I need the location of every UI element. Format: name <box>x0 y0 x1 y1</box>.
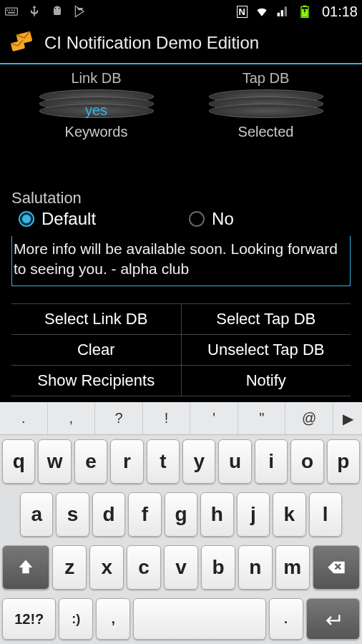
radio-default[interactable]: Default <box>19 209 96 229</box>
key-x[interactable]: x <box>89 545 124 590</box>
svg-rect-5 <box>8 12 15 14</box>
keyboard-icon <box>4 4 19 19</box>
unselect-tap-db-button[interactable]: Unselect Tap DB <box>182 335 351 365</box>
link-db-picker[interactable]: Link DB yes Keywords <box>25 70 168 140</box>
clear-button[interactable]: Clear <box>11 335 182 365</box>
play-store-icon <box>73 4 87 19</box>
key-y[interactable]: y <box>182 439 215 484</box>
key-v[interactable]: v <box>164 545 198 590</box>
radio-no-indicator <box>189 211 205 227</box>
sym-key-apostrophe[interactable]: ' <box>190 402 238 434</box>
message-text: More info will be available soon. Lookin… <box>14 240 338 277</box>
radio-no[interactable]: No <box>189 209 234 229</box>
key-j[interactable]: j <box>237 492 270 537</box>
key-q[interactable]: q <box>2 439 35 484</box>
svg-rect-9 <box>303 6 306 7</box>
android-icon <box>50 4 64 19</box>
sym-key-at[interactable]: @ <box>285 402 333 434</box>
wifi-icon <box>255 4 269 19</box>
key-o[interactable]: o <box>290 439 323 484</box>
salutation-label: Salutation <box>11 189 351 208</box>
key-f[interactable]: f <box>128 492 161 537</box>
battery-icon <box>298 4 312 19</box>
key-h[interactable]: h <box>200 492 233 537</box>
emoji-key[interactable]: :) <box>59 598 93 640</box>
svg-rect-0 <box>6 8 18 15</box>
app-icon <box>9 30 34 56</box>
show-recipients-button[interactable]: Show Recipients <box>11 366 182 396</box>
svg-rect-1 <box>6 10 8 11</box>
radio-default-indicator <box>19 211 34 227</box>
key-i[interactable]: i <box>255 439 288 484</box>
message-input[interactable]: More info will be available soon. Lookin… <box>11 236 351 286</box>
svg-point-7 <box>59 8 60 9</box>
svg-rect-3 <box>11 10 13 11</box>
sym-key-comma[interactable]: , <box>48 402 96 434</box>
space-key[interactable] <box>133 598 266 640</box>
svg-point-6 <box>55 8 57 9</box>
link-db-sub: Keywords <box>25 124 168 140</box>
sym-key-more[interactable]: ▶ <box>333 402 362 434</box>
key-l[interactable]: l <box>309 492 342 537</box>
radio-no-label: No <box>212 209 234 229</box>
key-w[interactable]: w <box>38 439 71 484</box>
select-tap-db-button[interactable]: Select Tap DB <box>182 304 351 334</box>
app-bar: CI Notification Demo Edition <box>0 23 362 64</box>
usb-icon <box>27 4 41 19</box>
tap-db-label: Tap DB <box>195 70 338 87</box>
clock: 01:18 <box>322 4 358 20</box>
shift-key[interactable] <box>2 545 49 590</box>
key-k[interactable]: k <box>273 492 305 537</box>
key-m[interactable]: m <box>275 545 310 590</box>
key-t[interactable]: t <box>147 439 180 484</box>
key-n[interactable]: n <box>238 545 273 590</box>
sym-key-question[interactable]: ? <box>95 402 143 434</box>
key-s[interactable]: s <box>56 492 89 537</box>
tap-db-picker[interactable]: Tap DB Selected <box>195 70 338 140</box>
comma-key[interactable]: , <box>96 598 130 640</box>
sym-key-exclaim[interactable]: ! <box>143 402 191 434</box>
key-z[interactable]: z <box>52 545 87 590</box>
key-p[interactable]: p <box>327 439 360 484</box>
nfc-icon: N <box>237 6 248 18</box>
sym-key-quote[interactable]: " <box>238 402 286 434</box>
key-u[interactable]: u <box>218 439 251 484</box>
link-db-value: yes <box>85 102 107 119</box>
key-c[interactable]: c <box>127 545 161 590</box>
key-b[interactable]: b <box>201 545 235 590</box>
key-a[interactable]: a <box>20 492 53 537</box>
signal-icon <box>276 4 290 19</box>
sym-key-period[interactable]: . <box>0 402 48 434</box>
svg-rect-2 <box>9 10 11 11</box>
backspace-key[interactable] <box>313 545 360 590</box>
key-r[interactable]: r <box>110 439 143 484</box>
mode-key[interactable]: 12!? <box>2 598 56 640</box>
key-e[interactable]: e <box>74 439 107 484</box>
link-db-label: Link DB <box>25 70 168 87</box>
select-link-db-button[interactable]: Select Link DB <box>11 304 182 334</box>
svg-rect-4 <box>14 10 15 11</box>
key-g[interactable]: g <box>165 492 197 537</box>
enter-key[interactable] <box>306 598 360 640</box>
period-key[interactable]: . <box>269 598 303 640</box>
radio-default-label: Default <box>41 209 96 229</box>
status-bar: N 01:18 <box>0 0 362 23</box>
app-title: CI Notification Demo Edition <box>44 33 259 53</box>
key-d[interactable]: d <box>92 492 125 537</box>
keyboard: . , ? ! ' " @ ▶ qwertyuiop asdfghjkl zxc… <box>0 402 362 644</box>
tap-db-sub: Selected <box>195 124 338 140</box>
notify-button[interactable]: Notify <box>182 366 351 396</box>
